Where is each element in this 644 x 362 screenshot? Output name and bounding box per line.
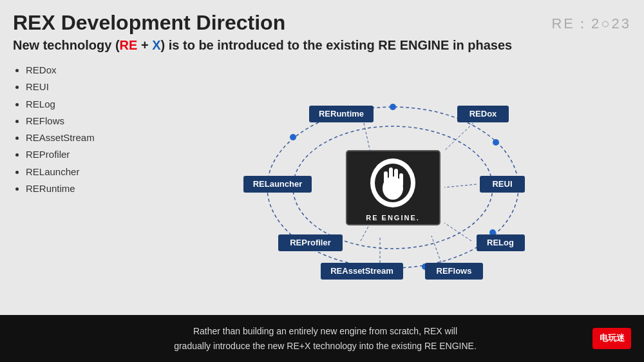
svg-rect-25 <box>399 173 403 186</box>
subtitle-suffix: ) is to be introduced to the existing RE… <box>161 38 513 52</box>
svg-line-5 <box>444 184 477 187</box>
highlight-x: X <box>152 38 160 52</box>
list-item: RELauncher <box>26 164 155 180</box>
node-relog: RELog <box>487 238 514 247</box>
subtitle-prefix: New technology ( <box>13 38 120 52</box>
node-reassetstream: REAssetStream <box>330 266 393 276</box>
feature-list: REDox REUI RELog REFlows REAssetStream R… <box>13 59 155 315</box>
svg-rect-22 <box>384 171 388 186</box>
node-reui: REUI <box>492 179 512 189</box>
node-redox: REDox <box>469 109 497 119</box>
subtitle-sep: + <box>137 38 152 52</box>
list-item: REProfiler <box>26 146 155 163</box>
slide: REX Development Direction RE：2○23 New te… <box>0 0 644 362</box>
footer-bar: Rather than building an entirely new eng… <box>0 315 644 362</box>
list-item: RERuntime <box>26 180 155 197</box>
list-item: REFlows <box>26 113 155 129</box>
footer-text: Rather than building an entirely new eng… <box>58 324 592 353</box>
svg-point-11 <box>493 139 499 146</box>
diagram-area: RE ENGINE. RERuntime REDox RELauncher RE… <box>155 59 631 315</box>
svg-point-17 <box>290 134 296 140</box>
re-engine-label: RE ENGINE. <box>366 214 420 222</box>
svg-point-10 <box>390 104 396 110</box>
svg-line-6 <box>361 223 370 241</box>
list-item: REUI <box>26 79 155 95</box>
node-reflowss: REFlows <box>437 266 472 276</box>
site-badge: 电玩迷 <box>592 328 631 349</box>
list-item: REDox <box>26 62 155 79</box>
node-relauncher: RELauncher <box>253 179 303 189</box>
list-item: RELog <box>26 96 155 113</box>
main-content: REDox REUI RELog REFlows REAssetStream R… <box>13 59 631 315</box>
header: REX Development Direction RE：2○23 <box>0 0 644 38</box>
diagram-svg: RE ENGINE. RERuntime REDox RELauncher RE… <box>225 94 560 281</box>
content-area: New technology (RE + X) is to be introdu… <box>0 38 644 315</box>
svg-line-9 <box>431 236 441 263</box>
svg-rect-24 <box>394 169 398 185</box>
svg-line-2 <box>364 123 370 152</box>
highlight-re: RE <box>120 38 138 52</box>
page-title: REX Development Direction <box>13 12 285 34</box>
subtitle: New technology (RE + X) is to be introdu… <box>13 38 631 53</box>
node-reprofiler: REProfiler <box>290 238 331 247</box>
node-reruntime: RERuntime <box>319 109 364 119</box>
list-item: REAssetStream <box>26 129 155 146</box>
svg-rect-23 <box>389 167 393 184</box>
logo: RE：2○23 <box>551 14 631 33</box>
